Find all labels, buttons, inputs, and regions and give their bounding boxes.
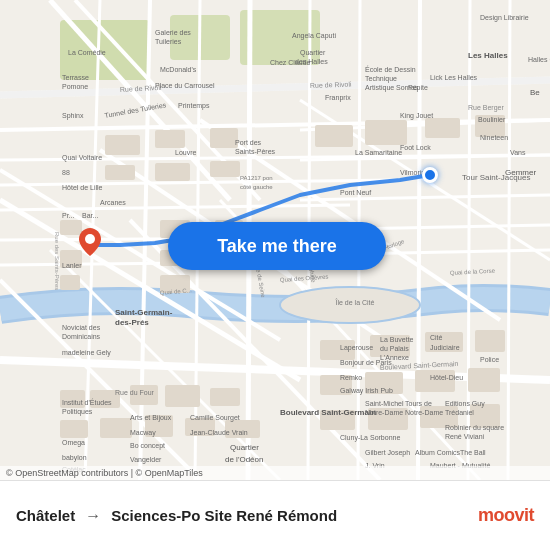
svg-text:Politiques: Politiques [62, 408, 93, 416]
svg-text:Vangelder: Vangelder [130, 456, 162, 464]
svg-text:Place du Carrousel: Place du Carrousel [155, 82, 215, 89]
svg-text:Hôtel-Dieu: Hôtel-Dieu [430, 374, 463, 381]
svg-text:Cité: Cité [430, 334, 443, 341]
svg-text:Omega: Omega [62, 439, 85, 447]
copyright-text: © OpenStreetMap contributors | © OpenMap… [6, 468, 203, 478]
svg-text:Quartier: Quartier [230, 443, 259, 452]
svg-rect-40 [155, 130, 185, 148]
svg-text:Notre-Dame: Notre-Dame [365, 409, 403, 416]
svg-text:Rue Berger: Rue Berger [468, 104, 504, 112]
svg-text:Gilbert Joseph: Gilbert Joseph [365, 449, 410, 457]
svg-text:Bo concept: Bo concept [130, 442, 165, 450]
svg-rect-41 [210, 128, 238, 148]
moovit-logo: moovit [478, 505, 534, 526]
svg-text:Galway Irish Pub: Galway Irish Pub [340, 387, 393, 395]
svg-text:Boulinier: Boulinier [478, 116, 506, 123]
svg-text:Artistique Sornas: Artistique Sornas [365, 84, 419, 92]
copyright-bar: © OpenStreetMap contributors | © OpenMap… [0, 466, 550, 480]
svg-text:Saints-Pères: Saints-Pères [235, 148, 276, 155]
svg-text:PA1217 pon: PA1217 pon [240, 175, 273, 181]
svg-text:Jean-Claude Vrain: Jean-Claude Vrain [190, 429, 248, 436]
svg-text:Port des: Port des [235, 139, 262, 146]
svg-text:Technique: Technique [365, 75, 397, 83]
svg-rect-42 [315, 125, 353, 147]
svg-line-26 [468, 0, 470, 480]
svg-text:Angela Caputi: Angela Caputi [292, 32, 336, 40]
svg-rect-70 [475, 330, 505, 352]
svg-text:Police: Police [480, 356, 499, 363]
svg-text:Quartier: Quartier [300, 49, 326, 57]
svg-text:88: 88 [62, 169, 70, 176]
svg-text:Cluny-La Sorbonne: Cluny-La Sorbonne [340, 434, 400, 442]
svg-text:Les Halles: Les Halles [468, 51, 508, 60]
svg-text:Quai Voltaire: Quai Voltaire [62, 154, 102, 162]
origin-dot [422, 167, 438, 183]
svg-text:Editions Guy: Editions Guy [445, 400, 485, 408]
svg-text:Sphinx: Sphinx [62, 112, 84, 120]
svg-line-25 [418, 0, 420, 480]
button-label: Take me there [217, 236, 337, 257]
svg-rect-43 [365, 120, 407, 145]
svg-text:Lanler: Lanler [62, 262, 82, 269]
bottom-bar: Châtelet → Sciences-Po Site René Rémond … [0, 480, 550, 550]
svg-text:Trédaniel: Trédaniel [445, 409, 474, 416]
svg-text:Rue des Saints-Pères: Rue des Saints-Pères [54, 232, 60, 290]
svg-text:L'Annexe: L'Annexe [380, 354, 409, 361]
svg-rect-46 [105, 165, 135, 180]
svg-text:Tours de: Tours de [405, 400, 432, 407]
svg-text:Camille Sourget: Camille Sourget [190, 414, 240, 422]
svg-text:La Buvette: La Buvette [380, 336, 414, 343]
svg-text:Judiciaire: Judiciaire [430, 344, 460, 351]
svg-text:Laperouse: Laperouse [340, 344, 373, 352]
svg-text:babylon: babylon [62, 454, 87, 462]
svg-text:Galerie des: Galerie des [155, 29, 191, 36]
svg-text:René Viviani: René Viviani [445, 433, 485, 440]
svg-text:Album Comics: Album Comics [415, 449, 461, 456]
svg-text:McDonald's: McDonald's [160, 66, 197, 73]
svg-text:des-Prés: des-Prés [115, 318, 149, 327]
svg-text:de l'Odéon: de l'Odéon [225, 455, 263, 464]
moovit-logo-text: moovit [478, 505, 534, 526]
svg-rect-44 [425, 118, 460, 138]
svg-rect-63 [100, 418, 132, 438]
svg-rect-51 [60, 275, 80, 290]
svg-text:Lick Les Halles: Lick Les Halles [430, 74, 478, 81]
svg-text:Halles C: Halles C [528, 56, 550, 63]
svg-rect-60 [165, 385, 200, 407]
svg-text:Chez Claude: Chez Claude [270, 59, 311, 66]
svg-rect-39 [105, 135, 140, 155]
svg-text:Vans: Vans [510, 149, 526, 156]
svg-text:La Comédie: La Comédie [68, 49, 106, 56]
svg-text:Terrasse: Terrasse [62, 74, 89, 81]
svg-text:Île de la Cité: Île de la Cité [335, 298, 375, 306]
svg-text:côté gauche: côté gauche [240, 184, 273, 190]
svg-rect-62 [60, 420, 88, 438]
svg-text:Be: Be [530, 88, 540, 97]
svg-text:Bar...: Bar... [82, 212, 98, 219]
svg-text:Dominicains: Dominicains [62, 333, 101, 340]
svg-rect-74 [468, 368, 500, 392]
svg-text:Macway: Macway [130, 429, 156, 437]
svg-text:Pr...: Pr... [62, 212, 75, 219]
take-me-there-button[interactable]: Take me there [168, 222, 386, 270]
svg-text:Rue de Rivoli: Rue de Rivoli [310, 81, 352, 89]
svg-text:Saint-Michel: Saint-Michel [365, 400, 404, 407]
svg-text:Hôtel de Lille: Hôtel de Lille [62, 184, 103, 191]
map-container: Rue de Rivoli Rue de Rivoli Rue des Sain… [0, 0, 550, 480]
svg-text:Louvre: Louvre [175, 149, 197, 156]
svg-text:Nineteen: Nineteen [480, 134, 508, 141]
svg-text:Tuileries: Tuileries [155, 38, 182, 45]
svg-text:Boulevard Saint-Germain: Boulevard Saint-Germain [280, 408, 376, 417]
svg-text:Foot Lock: Foot Lock [400, 144, 431, 151]
svg-rect-61 [210, 388, 240, 406]
svg-rect-48 [210, 161, 240, 177]
svg-rect-47 [155, 163, 190, 181]
destination-pin [79, 228, 101, 256]
svg-text:Remko: Remko [340, 374, 362, 381]
arrow-icon: → [85, 507, 101, 525]
svg-text:Pont Neuf: Pont Neuf [340, 189, 371, 196]
svg-point-182 [85, 234, 95, 244]
svg-text:madeleine Gely: madeleine Gely [62, 349, 111, 357]
svg-line-27 [508, 0, 510, 480]
svg-text:Printemps: Printemps [178, 102, 210, 110]
